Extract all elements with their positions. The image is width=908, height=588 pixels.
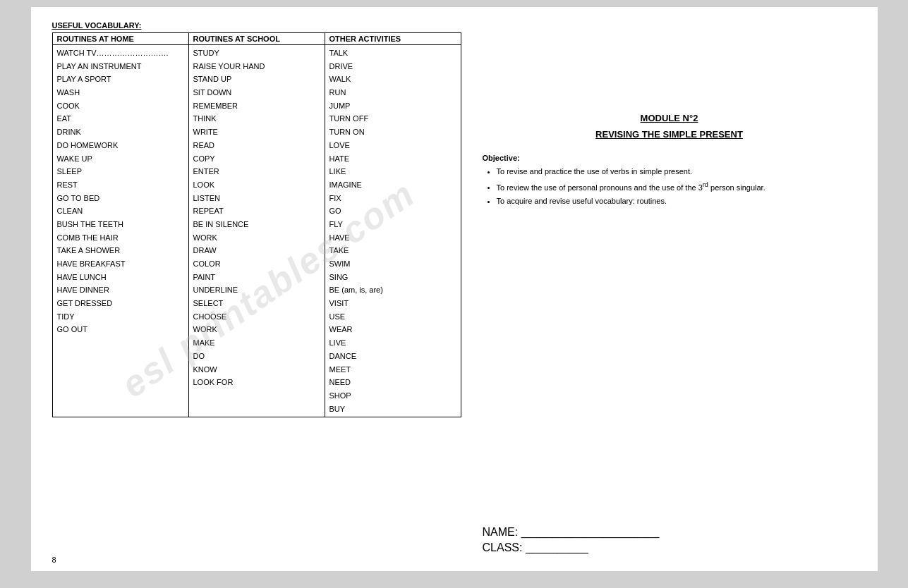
list-item: PLAY AN INSTRUMENT xyxy=(57,60,184,73)
list-item: HAVE BREAKFAST xyxy=(57,257,184,271)
list-item: COOK xyxy=(57,99,184,113)
list-item: READ xyxy=(193,139,320,152)
class-label: CLASS: xyxy=(483,541,523,553)
list-item: WATCH TV………………………. xyxy=(57,47,184,60)
list-item: TAKE A SHOWER xyxy=(57,244,184,257)
list-item: CLEAN xyxy=(57,204,184,218)
list-item: SELECT xyxy=(193,297,320,310)
list-item: IMAGINE xyxy=(329,178,456,192)
list-item: DRAW xyxy=(193,244,320,257)
module-subtitle: REVISING THE SIMPLE PRESENT xyxy=(483,129,856,140)
right-section: MODULE N°2 REVISING THE SIMPLE PRESENT O… xyxy=(483,21,856,557)
list-item: LIKE xyxy=(329,165,456,178)
list-item: PLAY A SPORT xyxy=(57,73,184,86)
list-item: THINK xyxy=(193,112,320,125)
list-item: ENTER xyxy=(193,165,320,178)
list-item: LOVE xyxy=(329,139,456,152)
list-item: SWIM xyxy=(329,257,456,271)
list-item: WALK xyxy=(329,73,456,86)
list-item: SHOP xyxy=(329,389,456,403)
list-item: DO HOMEWORK xyxy=(57,139,184,152)
list-item: TIDY xyxy=(57,310,184,324)
list-item: COPY xyxy=(193,152,320,166)
page-number: 8 xyxy=(52,556,56,564)
left-section: USEFUL VOCABULARY: ROUTINES AT HOME ROUT… xyxy=(52,21,461,557)
list-item: BE IN SILENCE xyxy=(193,218,320,231)
list-item: UNDERLINE xyxy=(193,283,320,297)
list-item: WORK xyxy=(193,323,320,336)
col2-header: ROUTINES AT SCHOOL xyxy=(188,33,325,45)
list-item: REMEMBER xyxy=(193,99,320,113)
name-underline: ______________________ xyxy=(521,526,660,538)
list-item: SING xyxy=(329,271,456,284)
list-item: GO TO BED xyxy=(57,192,184,205)
list-item: DRIVE xyxy=(329,60,456,73)
list-item: FLY xyxy=(329,218,456,231)
list-item: HAVE DINNER xyxy=(57,283,184,297)
name-label: NAME: xyxy=(483,526,519,538)
list-item: TAKE xyxy=(329,244,456,257)
col1-list: WATCH TV……………………….PLAY AN INSTRUMENTPLAY… xyxy=(57,47,184,336)
col3-content: TALKDRIVEWALKRUNJUMPTURN OFFTURN ONLOVEH… xyxy=(325,45,461,417)
list-item: WASH xyxy=(57,86,184,99)
list-item: DANCE xyxy=(329,350,456,363)
module-title: MODULE N°2 xyxy=(483,113,856,123)
list-item: RAISE YOUR HAND xyxy=(193,60,320,73)
list-item: WRITE xyxy=(193,125,320,139)
list-item: PAINT xyxy=(193,271,320,284)
list-item: NEED xyxy=(329,376,456,389)
objective-item: To review the use of personal pronouns a… xyxy=(497,179,856,195)
list-item: BE (am, is, are) xyxy=(329,283,456,297)
list-item: VISIT xyxy=(329,297,456,310)
objective-label: Objective: xyxy=(483,154,856,162)
list-item: COLOR xyxy=(193,257,320,271)
list-item: HAVE LUNCH xyxy=(57,271,184,284)
list-item: SLEEP xyxy=(57,165,184,178)
list-item: TALK xyxy=(329,47,456,60)
objective-item: To acquire and revise useful vocabulary:… xyxy=(497,195,856,209)
objective-list: To revise and practice the use of verbs … xyxy=(483,165,856,209)
list-item: LIVE xyxy=(329,336,456,350)
class-underline: __________ xyxy=(526,541,588,553)
list-item: HATE xyxy=(329,152,456,166)
col1-header: ROUTINES AT HOME xyxy=(52,33,188,45)
list-item: HAVE xyxy=(329,231,456,245)
col1-content: WATCH TV……………………….PLAY AN INSTRUMENTPLAY… xyxy=(52,45,188,417)
objective-section: Objective: To revise and practice the us… xyxy=(483,154,856,209)
objective-item: To revise and practice the use of verbs … xyxy=(497,165,856,179)
list-item: DRINK xyxy=(57,125,184,139)
list-item: TURN OFF xyxy=(329,112,456,125)
list-item: LISTEN xyxy=(193,192,320,205)
list-item: REPEAT xyxy=(193,204,320,218)
list-item: LOOK xyxy=(193,178,320,192)
list-item: GET DRESSED xyxy=(57,297,184,310)
list-item: GO OUT xyxy=(57,323,184,336)
list-item: CHOOSE xyxy=(193,310,320,324)
vocab-table: ROUTINES AT HOME ROUTINES AT SCHOOL OTHE… xyxy=(52,32,461,417)
list-item: BUSH THE TEETH xyxy=(57,218,184,231)
name-field: NAME: ______________________ xyxy=(483,526,856,539)
list-item: EAT xyxy=(57,112,184,125)
list-item: FIX xyxy=(329,192,456,205)
list-item: WAKE UP xyxy=(57,152,184,166)
list-item: KNOW xyxy=(193,363,320,376)
list-item: RUN xyxy=(329,86,456,99)
list-item: GO xyxy=(329,204,456,218)
page: esl printables.com USEFUL VOCABULARY: RO… xyxy=(31,7,878,571)
list-item: REST xyxy=(57,178,184,192)
list-item: BUY xyxy=(329,403,456,416)
list-item: WORK xyxy=(193,231,320,245)
col3-list: TALKDRIVEWALKRUNJUMPTURN OFFTURN ONLOVEH… xyxy=(329,47,456,415)
list-item: STUDY xyxy=(193,47,320,60)
list-item: USE xyxy=(329,310,456,324)
list-item: DO xyxy=(193,350,320,363)
list-item: STAND UP xyxy=(193,73,320,86)
list-item: COMB THE HAIR xyxy=(57,231,184,245)
col3-header: OTHER ACTIVITIES xyxy=(325,33,461,45)
class-field: CLASS: __________ xyxy=(483,541,856,554)
col2-list: STUDYRAISE YOUR HANDSTAND UPSIT DOWNREME… xyxy=(193,47,320,389)
list-item: JUMP xyxy=(329,99,456,113)
list-item: MEET xyxy=(329,363,456,376)
col2-content: STUDYRAISE YOUR HANDSTAND UPSIT DOWNREME… xyxy=(188,45,325,417)
list-item: LOOK FOR xyxy=(193,376,320,389)
